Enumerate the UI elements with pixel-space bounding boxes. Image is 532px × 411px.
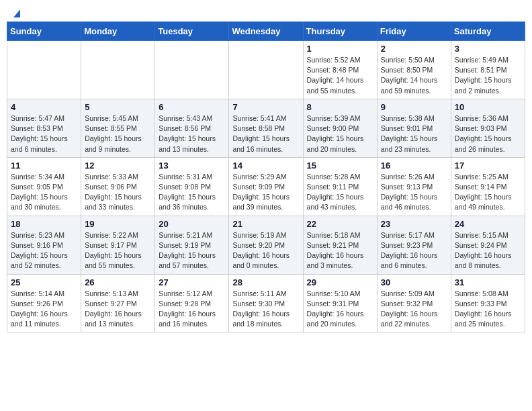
- cell-info: Sunrise: 5:45 AM Sunset: 8:55 PM Dayligh…: [85, 113, 151, 154]
- calendar-cell: 15Sunrise: 5:28 AM Sunset: 9:11 PM Dayli…: [303, 157, 377, 216]
- day-number: 9: [381, 102, 447, 112]
- weekday-header-wednesday: Wednesday: [229, 22, 303, 41]
- week-row: 1Sunrise: 5:52 AM Sunset: 8:48 PM Daylig…: [7, 41, 525, 99]
- calendar-cell: 17Sunrise: 5:25 AM Sunset: 9:14 PM Dayli…: [451, 157, 525, 216]
- calendar-cell: 18Sunrise: 5:23 AM Sunset: 9:16 PM Dayli…: [7, 216, 81, 274]
- day-number: 16: [381, 161, 447, 171]
- svg-marker-0: [13, 9, 20, 17]
- cell-info: Sunrise: 5:12 AM Sunset: 9:28 PM Dayligh…: [159, 289, 225, 330]
- cell-info: Sunrise: 5:14 AM Sunset: 9:26 PM Dayligh…: [11, 289, 77, 330]
- weekday-header-saturday: Saturday: [451, 22, 525, 41]
- day-number: 21: [232, 219, 299, 229]
- day-number: 28: [232, 277, 299, 287]
- cell-info: Sunrise: 5:26 AM Sunset: 9:13 PM Dayligh…: [381, 172, 447, 213]
- day-number: 15: [307, 161, 373, 171]
- cell-info: Sunrise: 5:19 AM Sunset: 9:20 PM Dayligh…: [232, 230, 299, 271]
- calendar-cell: [81, 41, 155, 99]
- calendar-cell: 27Sunrise: 5:12 AM Sunset: 9:28 PM Dayli…: [155, 274, 229, 332]
- cell-info: Sunrise: 5:23 AM Sunset: 9:16 PM Dayligh…: [11, 230, 77, 271]
- cell-info: Sunrise: 5:21 AM Sunset: 9:19 PM Dayligh…: [159, 230, 225, 271]
- week-row: 25Sunrise: 5:14 AM Sunset: 9:26 PM Dayli…: [7, 274, 525, 332]
- page-header: [7, 7, 525, 16]
- cell-info: Sunrise: 5:17 AM Sunset: 9:23 PM Dayligh…: [381, 230, 447, 271]
- cell-info: Sunrise: 5:36 AM Sunset: 9:03 PM Dayligh…: [455, 113, 521, 154]
- day-number: 5: [85, 102, 151, 112]
- calendar-cell: 11Sunrise: 5:34 AM Sunset: 9:05 PM Dayli…: [7, 157, 81, 216]
- cell-info: Sunrise: 5:13 AM Sunset: 9:27 PM Dayligh…: [85, 289, 151, 330]
- cell-info: Sunrise: 5:47 AM Sunset: 8:53 PM Dayligh…: [11, 113, 77, 154]
- day-number: 17: [455, 161, 521, 171]
- calendar-cell: 4Sunrise: 5:47 AM Sunset: 8:53 PM Daylig…: [7, 99, 81, 157]
- cell-info: Sunrise: 5:09 AM Sunset: 9:32 PM Dayligh…: [381, 289, 447, 330]
- cell-info: Sunrise: 5:50 AM Sunset: 8:50 PM Dayligh…: [381, 55, 447, 96]
- weekday-header-monday: Monday: [81, 22, 155, 41]
- cell-info: Sunrise: 5:31 AM Sunset: 9:08 PM Dayligh…: [159, 172, 225, 213]
- calendar-cell: 31Sunrise: 5:08 AM Sunset: 9:33 PM Dayli…: [451, 274, 525, 332]
- calendar-cell: 9Sunrise: 5:38 AM Sunset: 9:01 PM Daylig…: [377, 99, 451, 157]
- cell-info: Sunrise: 5:10 AM Sunset: 9:31 PM Dayligh…: [307, 289, 373, 330]
- logo-icon: [11, 7, 23, 19]
- cell-info: Sunrise: 5:41 AM Sunset: 8:58 PM Dayligh…: [232, 113, 299, 154]
- cell-info: Sunrise: 5:43 AM Sunset: 8:56 PM Dayligh…: [159, 113, 225, 154]
- calendar-cell: 24Sunrise: 5:15 AM Sunset: 9:24 PM Dayli…: [451, 216, 525, 274]
- calendar-cell: [7, 41, 81, 99]
- day-number: 26: [85, 277, 151, 287]
- day-number: 23: [381, 219, 447, 229]
- day-number: 27: [159, 277, 225, 287]
- cell-info: Sunrise: 5:49 AM Sunset: 8:51 PM Dayligh…: [455, 55, 521, 96]
- logo: [9, 7, 23, 16]
- calendar-cell: 13Sunrise: 5:31 AM Sunset: 9:08 PM Dayli…: [155, 157, 229, 216]
- calendar-cell: 10Sunrise: 5:36 AM Sunset: 9:03 PM Dayli…: [451, 99, 525, 157]
- day-number: 25: [11, 277, 77, 287]
- cell-info: Sunrise: 5:38 AM Sunset: 9:01 PM Dayligh…: [381, 113, 447, 154]
- calendar-table: SundayMondayTuesdayWednesdayThursdayFrid…: [7, 21, 525, 332]
- day-number: 3: [455, 44, 521, 54]
- week-row: 4Sunrise: 5:47 AM Sunset: 8:53 PM Daylig…: [7, 99, 525, 157]
- day-number: 18: [11, 219, 77, 229]
- cell-info: Sunrise: 5:22 AM Sunset: 9:17 PM Dayligh…: [85, 230, 151, 271]
- day-number: 14: [232, 161, 299, 171]
- calendar-cell: 8Sunrise: 5:39 AM Sunset: 9:00 PM Daylig…: [303, 99, 377, 157]
- cell-info: Sunrise: 5:52 AM Sunset: 8:48 PM Dayligh…: [307, 55, 373, 96]
- day-number: 10: [455, 102, 521, 112]
- cell-info: Sunrise: 5:34 AM Sunset: 9:05 PM Dayligh…: [11, 172, 77, 213]
- day-number: 1: [307, 44, 373, 54]
- weekday-header-friday: Friday: [377, 22, 451, 41]
- calendar-cell: 3Sunrise: 5:49 AM Sunset: 8:51 PM Daylig…: [451, 41, 525, 99]
- cell-info: Sunrise: 5:18 AM Sunset: 9:21 PM Dayligh…: [307, 230, 373, 271]
- day-number: 11: [11, 161, 77, 171]
- calendar-cell: 25Sunrise: 5:14 AM Sunset: 9:26 PM Dayli…: [7, 274, 81, 332]
- day-number: 20: [159, 219, 225, 229]
- week-row: 18Sunrise: 5:23 AM Sunset: 9:16 PM Dayli…: [7, 216, 525, 274]
- calendar-cell: 1Sunrise: 5:52 AM Sunset: 8:48 PM Daylig…: [303, 41, 377, 99]
- calendar-cell: 16Sunrise: 5:26 AM Sunset: 9:13 PM Dayli…: [377, 157, 451, 216]
- day-number: 22: [307, 219, 373, 229]
- calendar-cell: 12Sunrise: 5:33 AM Sunset: 9:06 PM Dayli…: [81, 157, 155, 216]
- day-number: 7: [232, 102, 299, 112]
- day-number: 8: [307, 102, 373, 112]
- day-number: 29: [307, 277, 373, 287]
- calendar-cell: 21Sunrise: 5:19 AM Sunset: 9:20 PM Dayli…: [229, 216, 303, 274]
- day-number: 30: [381, 277, 447, 287]
- calendar-cell: 5Sunrise: 5:45 AM Sunset: 8:55 PM Daylig…: [81, 99, 155, 157]
- day-number: 12: [85, 161, 151, 171]
- cell-info: Sunrise: 5:28 AM Sunset: 9:11 PM Dayligh…: [307, 172, 373, 213]
- cell-info: Sunrise: 5:11 AM Sunset: 9:30 PM Dayligh…: [232, 289, 299, 330]
- calendar-cell: 28Sunrise: 5:11 AM Sunset: 9:30 PM Dayli…: [229, 274, 303, 332]
- calendar-cell: 6Sunrise: 5:43 AM Sunset: 8:56 PM Daylig…: [155, 99, 229, 157]
- calendar-cell: [155, 41, 229, 99]
- cell-info: Sunrise: 5:33 AM Sunset: 9:06 PM Dayligh…: [85, 172, 151, 213]
- cell-info: Sunrise: 5:25 AM Sunset: 9:14 PM Dayligh…: [455, 172, 521, 213]
- day-number: 24: [455, 219, 521, 229]
- cell-info: Sunrise: 5:08 AM Sunset: 9:33 PM Dayligh…: [455, 289, 521, 330]
- calendar-cell: 26Sunrise: 5:13 AM Sunset: 9:27 PM Dayli…: [81, 274, 155, 332]
- weekday-header-sunday: Sunday: [7, 22, 81, 41]
- calendar-cell: 29Sunrise: 5:10 AM Sunset: 9:31 PM Dayli…: [303, 274, 377, 332]
- calendar-cell: 22Sunrise: 5:18 AM Sunset: 9:21 PM Dayli…: [303, 216, 377, 274]
- cell-info: Sunrise: 5:39 AM Sunset: 9:00 PM Dayligh…: [307, 113, 373, 154]
- calendar-cell: 2Sunrise: 5:50 AM Sunset: 8:50 PM Daylig…: [377, 41, 451, 99]
- calendar-cell: 20Sunrise: 5:21 AM Sunset: 9:19 PM Dayli…: [155, 216, 229, 274]
- weekday-header-tuesday: Tuesday: [155, 22, 229, 41]
- day-number: 19: [85, 219, 151, 229]
- calendar-cell: 19Sunrise: 5:22 AM Sunset: 9:17 PM Dayli…: [81, 216, 155, 274]
